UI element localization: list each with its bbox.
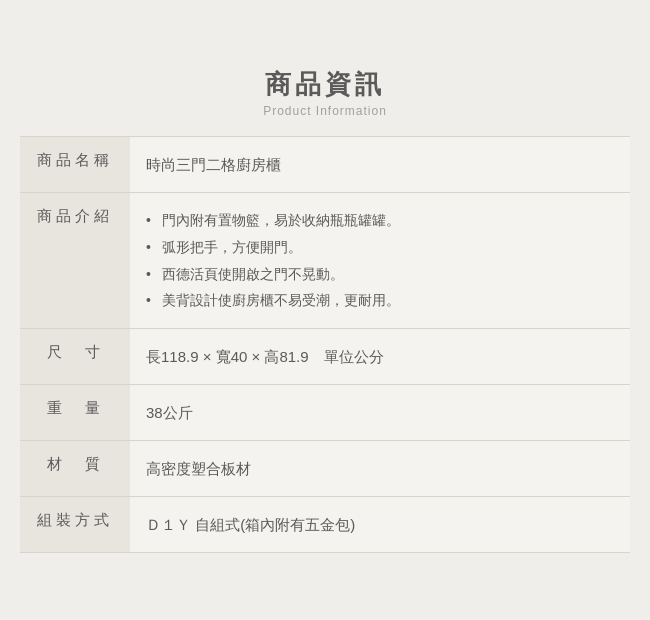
row-value: Ｄ１Ｙ 自組式(箱內附有五金包) [130, 496, 630, 552]
info-table: 商品名稱時尚三門二格廚房櫃商品介紹門內附有置物籃，易於收納瓶瓶罐罐。弧形把手，方… [20, 136, 630, 552]
table-row: 重 量38公斤 [20, 384, 630, 440]
row-value: 長118.9 × 寬40 × 高81.9 單位公分 [130, 328, 630, 384]
bullet-list: 門內附有置物籃，易於收納瓶瓶罐罐。弧形把手，方便開門。西德活頁使開啟之門不晃動。… [146, 207, 614, 313]
row-label: 尺 寸 [20, 328, 130, 384]
page-subtitle: Product Information [20, 104, 630, 118]
list-item: 西德活頁使開啟之門不晃動。 [146, 261, 614, 288]
list-item: 美背設計使廚房櫃不易受潮，更耐用。 [146, 287, 614, 314]
header: 商品資訊 Product Information [20, 67, 630, 118]
product-info-container: 商品資訊 Product Information 商品名稱時尚三門二格廚房櫃商品… [20, 57, 630, 562]
row-label: 組裝方式 [20, 496, 130, 552]
row-value: 時尚三門二格廚房櫃 [130, 137, 630, 193]
row-label: 材 質 [20, 440, 130, 496]
page-title: 商品資訊 [20, 67, 630, 102]
row-label: 重 量 [20, 384, 130, 440]
table-row: 商品介紹門內附有置物籃，易於收納瓶瓶罐罐。弧形把手，方便開門。西德活頁使開啟之門… [20, 193, 630, 328]
list-item: 門內附有置物籃，易於收納瓶瓶罐罐。 [146, 207, 614, 234]
table-row: 商品名稱時尚三門二格廚房櫃 [20, 137, 630, 193]
row-label: 商品介紹 [20, 193, 130, 328]
table-row: 組裝方式Ｄ１Ｙ 自組式(箱內附有五金包) [20, 496, 630, 552]
table-row: 材 質高密度塑合板材 [20, 440, 630, 496]
list-item: 弧形把手，方便開門。 [146, 234, 614, 261]
row-label: 商品名稱 [20, 137, 130, 193]
row-value: 門內附有置物籃，易於收納瓶瓶罐罐。弧形把手，方便開門。西德活頁使開啟之門不晃動。… [130, 193, 630, 328]
row-value: 38公斤 [130, 384, 630, 440]
row-value: 高密度塑合板材 [130, 440, 630, 496]
table-row: 尺 寸長118.9 × 寬40 × 高81.9 單位公分 [20, 328, 630, 384]
